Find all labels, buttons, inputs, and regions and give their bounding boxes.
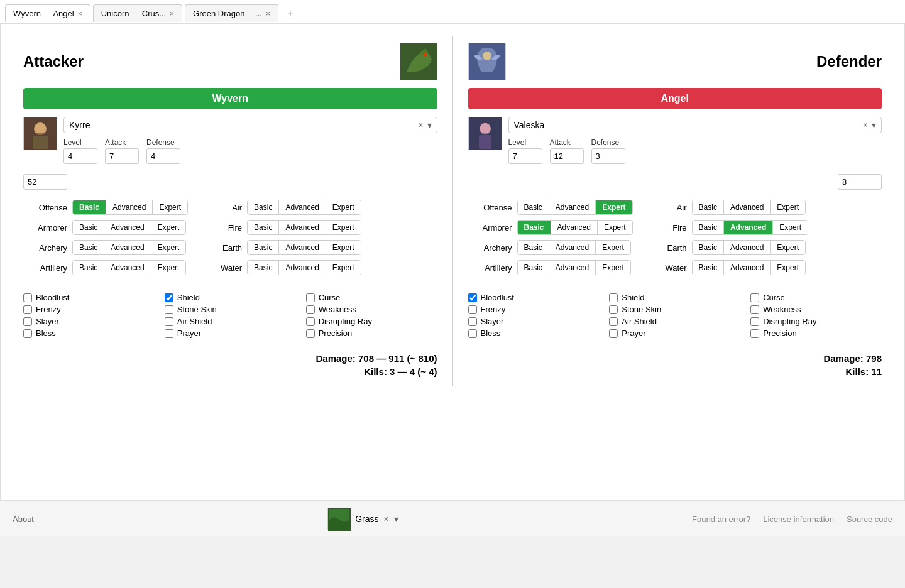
offense-basic-btn[interactable]: Basic bbox=[73, 200, 106, 214]
def-shield-checkbox[interactable] bbox=[609, 293, 618, 302]
defender-creature-button[interactable]: Angel bbox=[468, 88, 882, 109]
def-offense-advanced-btn[interactable]: Advanced bbox=[549, 200, 596, 214]
defender-hero-select-icons[interactable]: × ▾ bbox=[863, 120, 876, 130]
terrain-dropdown-icon[interactable]: ▾ bbox=[394, 514, 398, 524]
def-curse-checkbox[interactable] bbox=[750, 293, 759, 302]
clear-hero-icon[interactable]: × bbox=[418, 120, 423, 130]
error-link[interactable]: Found an error? bbox=[692, 514, 750, 524]
def-water-expert-btn[interactable]: Expert bbox=[771, 261, 805, 275]
air-expert-btn[interactable]: Expert bbox=[326, 200, 361, 214]
dropdown-defender-hero-icon[interactable]: ▾ bbox=[872, 120, 876, 130]
armorer-basic-btn[interactable]: Basic bbox=[73, 220, 104, 234]
def-earth-basic-btn[interactable]: Basic bbox=[693, 241, 724, 254]
about-link[interactable]: About bbox=[13, 514, 34, 524]
def-armorer-advanced-btn[interactable]: Advanced bbox=[551, 220, 598, 234]
dropdown-hero-icon[interactable]: ▾ bbox=[427, 120, 432, 130]
bless-checkbox[interactable] bbox=[23, 329, 32, 338]
armorer-advanced-btn[interactable]: Advanced bbox=[104, 220, 151, 234]
def-fire-expert-btn[interactable]: Expert bbox=[773, 220, 808, 234]
def-armorer-basic-btn[interactable]: Basic bbox=[518, 220, 551, 234]
def-offense-basic-btn[interactable]: Basic bbox=[518, 200, 549, 214]
def-bloodlust-checkbox[interactable] bbox=[468, 293, 477, 302]
def-water-basic-btn[interactable]: Basic bbox=[693, 261, 724, 275]
def-air-advanced-btn[interactable]: Advanced bbox=[724, 200, 771, 214]
def-fire-basic-btn[interactable]: Basic bbox=[693, 220, 724, 234]
def-stone-skin-checkbox[interactable] bbox=[609, 305, 618, 314]
water-expert-btn[interactable]: Expert bbox=[326, 261, 361, 275]
air-advanced-btn[interactable]: Advanced bbox=[279, 200, 326, 214]
def-air-shield-checkbox[interactable] bbox=[609, 317, 618, 326]
bloodlust-checkbox[interactable] bbox=[23, 293, 32, 302]
archery-expert-btn[interactable]: Expert bbox=[151, 241, 186, 254]
defender-hero-select[interactable]: Valeska × ▾ bbox=[508, 117, 882, 133]
def-weakness-checkbox[interactable] bbox=[750, 305, 759, 314]
artillery-advanced-btn[interactable]: Advanced bbox=[104, 261, 151, 275]
def-slayer-checkbox[interactable] bbox=[468, 317, 477, 326]
def-earth-advanced-btn[interactable]: Advanced bbox=[724, 241, 771, 254]
def-air-basic-btn[interactable]: Basic bbox=[693, 200, 724, 214]
fire-advanced-btn[interactable]: Advanced bbox=[279, 220, 326, 234]
tab-green-dragon[interactable]: Green Dragon —... × bbox=[185, 4, 278, 22]
attacker-defense-input[interactable] bbox=[146, 148, 180, 164]
def-artillery-basic-btn[interactable]: Basic bbox=[518, 261, 549, 275]
tab-close-1[interactable]: × bbox=[170, 10, 174, 18]
air-basic-btn[interactable]: Basic bbox=[248, 200, 279, 214]
earth-basic-btn[interactable]: Basic bbox=[248, 241, 279, 254]
def-frenzy-checkbox[interactable] bbox=[468, 305, 477, 314]
defender-creature-count-input[interactable] bbox=[838, 174, 882, 190]
defender-defense-input[interactable] bbox=[591, 148, 625, 164]
disrupting-ray-checkbox[interactable] bbox=[306, 317, 315, 326]
attacker-hero-select-icons[interactable]: × ▾ bbox=[418, 120, 431, 130]
prayer-checkbox[interactable] bbox=[165, 329, 173, 338]
def-archery-expert-btn[interactable]: Expert bbox=[596, 241, 630, 254]
def-artillery-expert-btn[interactable]: Expert bbox=[596, 261, 630, 275]
attacker-creature-count-input[interactable] bbox=[23, 174, 67, 190]
terrain-clear-icon[interactable]: × bbox=[384, 514, 389, 524]
stone-skin-checkbox[interactable] bbox=[165, 305, 173, 314]
water-advanced-btn[interactable]: Advanced bbox=[279, 261, 326, 275]
source-link[interactable]: Source code bbox=[847, 514, 892, 524]
weakness-checkbox[interactable] bbox=[306, 305, 315, 314]
air-shield-checkbox[interactable] bbox=[165, 317, 173, 326]
precision-checkbox[interactable] bbox=[306, 329, 315, 338]
add-tab-button[interactable]: + bbox=[281, 4, 299, 23]
clear-defender-hero-icon[interactable]: × bbox=[863, 120, 868, 130]
license-link[interactable]: License information bbox=[763, 514, 834, 524]
attacker-attack-input[interactable] bbox=[105, 148, 139, 164]
offense-advanced-btn[interactable]: Advanced bbox=[106, 200, 153, 214]
earth-advanced-btn[interactable]: Advanced bbox=[279, 241, 326, 254]
artillery-expert-btn[interactable]: Expert bbox=[151, 261, 186, 275]
archery-advanced-btn[interactable]: Advanced bbox=[104, 241, 151, 254]
def-precision-checkbox[interactable] bbox=[750, 329, 759, 338]
shield-checkbox[interactable] bbox=[165, 293, 173, 302]
def-archery-advanced-btn[interactable]: Advanced bbox=[549, 241, 596, 254]
def-bless-checkbox[interactable] bbox=[468, 329, 477, 338]
def-archery-basic-btn[interactable]: Basic bbox=[518, 241, 549, 254]
attacker-hero-select[interactable]: Kyrre × ▾ bbox=[63, 117, 437, 133]
curse-checkbox[interactable] bbox=[306, 293, 315, 302]
tab-wyvern-angel[interactable]: Wyvern — Angel × bbox=[5, 4, 90, 22]
def-armorer-expert-btn[interactable]: Expert bbox=[598, 220, 632, 234]
fire-expert-btn[interactable]: Expert bbox=[326, 220, 361, 234]
def-offense-expert-btn[interactable]: Expert bbox=[596, 200, 632, 214]
def-disrupting-ray-checkbox[interactable] bbox=[750, 317, 759, 326]
tab-unicorn[interactable]: Unicorn — Crus... × bbox=[93, 4, 182, 22]
artillery-basic-btn[interactable]: Basic bbox=[73, 261, 104, 275]
def-air-expert-btn[interactable]: Expert bbox=[771, 200, 805, 214]
offense-expert-btn[interactable]: Expert bbox=[153, 200, 187, 214]
def-earth-expert-btn[interactable]: Expert bbox=[771, 241, 805, 254]
water-basic-btn[interactable]: Basic bbox=[248, 261, 279, 275]
tab-close-2[interactable]: × bbox=[266, 10, 270, 18]
def-water-advanced-btn[interactable]: Advanced bbox=[724, 261, 771, 275]
def-prayer-checkbox[interactable] bbox=[609, 329, 618, 338]
slayer-checkbox[interactable] bbox=[23, 317, 32, 326]
fire-basic-btn[interactable]: Basic bbox=[248, 220, 279, 234]
tab-close-0[interactable]: × bbox=[78, 10, 82, 18]
attacker-level-input[interactable] bbox=[63, 148, 97, 164]
defender-level-input[interactable] bbox=[508, 148, 542, 164]
frenzy-checkbox[interactable] bbox=[23, 305, 32, 314]
attacker-creature-button[interactable]: Wyvern bbox=[23, 88, 437, 109]
def-fire-advanced-btn[interactable]: Advanced bbox=[724, 220, 773, 234]
defender-attack-input[interactable] bbox=[550, 148, 584, 164]
def-artillery-advanced-btn[interactable]: Advanced bbox=[549, 261, 596, 275]
